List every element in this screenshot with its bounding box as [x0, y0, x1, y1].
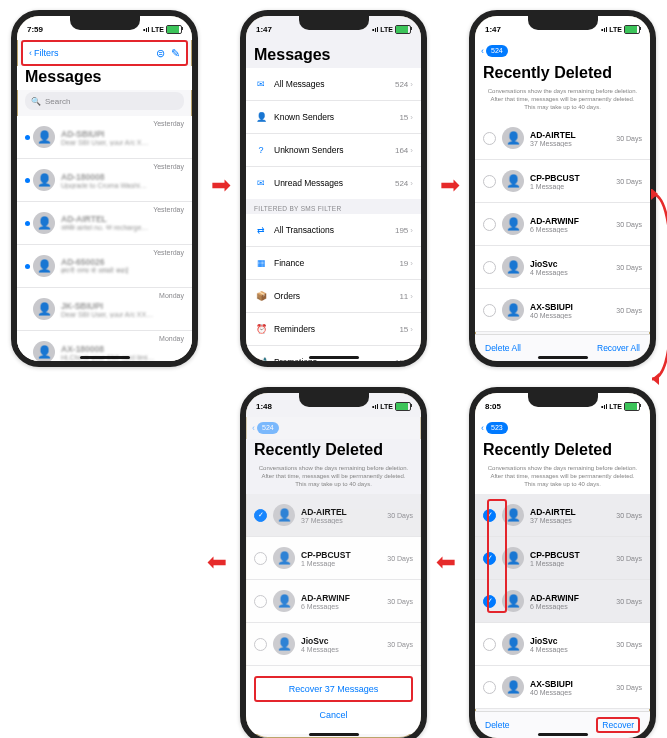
radio-icon[interactable]	[483, 304, 496, 317]
filter-icon: ?	[254, 143, 268, 157]
recover-all-button[interactable]: Recover All	[597, 343, 640, 353]
avatar-icon: 👤	[33, 298, 55, 320]
radio-checked-icon[interactable]: ✓	[254, 509, 267, 522]
rd-note: Conversations show the days remaining be…	[475, 86, 650, 117]
phone-filters: 1:47 •ıl LTE Messages ✉All Messages524›👤…	[240, 10, 427, 367]
filter-icon: ⏰	[254, 322, 268, 336]
filter-icon: ✉	[254, 77, 268, 91]
avatar-icon: 👤	[502, 213, 524, 235]
radio-icon[interactable]	[483, 638, 496, 651]
avatar-icon: 👤	[273, 504, 295, 526]
phone-messages-list: 7:59 •ıl LTE ‹ Filters ⊜ ✎ Messages 🔍 Se…	[11, 10, 198, 367]
radio-icon[interactable]	[483, 261, 496, 274]
avatar-icon: 👤	[33, 212, 55, 234]
radio-icon[interactable]	[483, 218, 496, 231]
filter-row[interactable]: ✉All Messages524›	[246, 68, 421, 101]
svg-marker-0	[652, 373, 659, 385]
rd-row[interactable]: ✓👤AD-AIRTEL37 Messages30 Days	[475, 494, 650, 537]
radio-icon[interactable]	[254, 552, 267, 565]
filter-icon: 📦	[254, 289, 268, 303]
rd-row[interactable]: 👤JioSvc4 Messages30 Days	[475, 246, 650, 289]
rd-row[interactable]: 👤JioSvc4 Messages30 Days	[475, 623, 650, 666]
cancel-button[interactable]: Cancel	[246, 706, 421, 728]
notch	[528, 393, 598, 407]
notch	[528, 16, 598, 30]
unread-pill: 523	[486, 422, 508, 434]
filter-icon: 👤	[254, 110, 268, 124]
compose-icon[interactable]: ✎	[171, 47, 180, 60]
filter-row[interactable]: ✉Unread Messages524›	[246, 167, 421, 199]
filter-icon: ⇄	[254, 223, 268, 237]
rd-row[interactable]: 👤AD-ARWINF6 Messages30 Days	[475, 203, 650, 246]
back-chevron-icon: ‹	[481, 46, 484, 56]
avatar-icon: 👤	[33, 341, 55, 363]
nav-back[interactable]: ‹ 524	[475, 40, 650, 62]
rd-row[interactable]: ✓👤CP-PBCUST1 Message30 Days	[475, 537, 650, 580]
message-row[interactable]: 👤AD-180008Upgrade to Croma Washing Machi…	[17, 159, 192, 202]
rd-row[interactable]: 👤CP-PBCUST1 Message30 Days	[475, 160, 650, 203]
filter-list-sms: ⇄All Transactions195›▦Finance19›📦Orders1…	[246, 214, 421, 367]
clock: 1:47	[485, 25, 501, 34]
avatar-icon: 👤	[502, 547, 524, 569]
message-row[interactable]: 👤AX-180008Hi,Check your EMI card limit,o…	[17, 331, 192, 367]
rd-row[interactable]: ✓👤AD-ARWINF6 Messages30 Days	[475, 580, 650, 623]
radio-icon[interactable]	[483, 175, 496, 188]
radio-icon[interactable]	[254, 595, 267, 608]
message-row[interactable]: 👤AD-650026हमारी तरफ से आपको बधाईYesterda…	[17, 245, 192, 288]
recover-button[interactable]: Recover	[596, 717, 640, 733]
phone-selection: 8:05 •ıl LTE ‹ 523 Recently Deleted Conv…	[469, 387, 656, 738]
filter-list-main: ✉All Messages524›👤Known Senders15›?Unkno…	[246, 68, 421, 199]
filter-row[interactable]: ⇄All Transactions195›	[246, 214, 421, 247]
filter-row[interactable]: ▦Finance19›	[246, 247, 421, 280]
filter-section-header: FILTERED BY SMS FILTER	[246, 199, 421, 214]
message-row[interactable]: 👤AD-AIRTELआपके airtel no. पर recharge of…	[17, 202, 192, 245]
avatar-icon: 👤	[502, 127, 524, 149]
delete-all-button[interactable]: Delete All	[485, 343, 521, 353]
rd-row[interactable]: 👤AX-SBIUPI40 Messages30 Days	[475, 666, 650, 709]
clock: 8:05	[485, 402, 501, 411]
radio-checked-icon[interactable]: ✓	[483, 552, 496, 565]
back-chevron-icon: ‹	[29, 48, 32, 58]
clock: 1:47	[256, 25, 272, 34]
home-indicator	[538, 733, 588, 736]
message-row[interactable]: 👤AD-SBIUPIDear SBI User, your A/c XX4546…	[17, 116, 192, 159]
back-chevron-icon: ‹	[481, 423, 484, 433]
message-row[interactable]: 👤JK-SBIUPIDear SBI User, your A/c XXXXX …	[17, 288, 192, 331]
rd-row[interactable]: 👤AX-SBIUPI40 Messages30 Days	[475, 289, 650, 332]
rd-row[interactable]: 👤AD-AIRTEL37 Messages30 Days	[475, 117, 650, 160]
phone-recover-confirm: 1:48 •ıl LTE ‹ 524 Recently Deleted Conv…	[240, 387, 427, 738]
avatar-icon: 👤	[502, 504, 524, 526]
home-indicator	[309, 356, 359, 359]
unread-pill: 524	[486, 45, 508, 57]
rd-row[interactable]: 👤JioSvc4 Messages30 Days	[246, 623, 421, 666]
radio-checked-icon[interactable]: ✓	[483, 509, 496, 522]
rd-note: Conversations show the days remaining be…	[246, 463, 421, 494]
filter-row[interactable]: ?Unknown Senders164›	[246, 134, 421, 167]
radio-icon[interactable]	[483, 681, 496, 694]
radio-checked-icon[interactable]: ✓	[483, 595, 496, 608]
message-list: 👤AD-SBIUPIDear SBI User, your A/c XX4546…	[17, 116, 192, 367]
clock: 1:48	[256, 402, 272, 411]
recover-messages-button[interactable]: Recover 37 Messages	[254, 676, 413, 702]
delete-button[interactable]: Delete	[485, 720, 510, 730]
arrow-right-icon: ➡	[440, 171, 460, 199]
nav-filters-link[interactable]: ‹ Filters ⊜ ✎	[21, 40, 188, 66]
radio-icon[interactable]	[254, 638, 267, 651]
filter-row[interactable]: ⏰Reminders15›	[246, 313, 421, 346]
arrow-curve-icon	[647, 189, 667, 389]
filter-row[interactable]: 👤Known Senders15›	[246, 101, 421, 134]
filter-row[interactable]: 📦Orders11›	[246, 280, 421, 313]
rd-row[interactable]: 👤AD-ARWINF6 Messages30 Days	[246, 580, 421, 623]
search-icon: 🔍	[31, 97, 41, 106]
filter-icon[interactable]: ⊜	[156, 47, 165, 60]
nav-back: ‹ 524	[246, 417, 421, 439]
radio-icon[interactable]	[483, 132, 496, 145]
nav-back[interactable]: ‹ 523	[475, 417, 650, 439]
rd-row[interactable]: 👤CP-PBCUST1 Message30 Days	[246, 537, 421, 580]
page-title: Messages	[17, 66, 192, 90]
rd-row[interactable]: ✓👤AD-AIRTEL37 Messages30 Days	[246, 494, 421, 537]
avatar-icon: 👤	[273, 633, 295, 655]
search-input[interactable]: 🔍 Search	[25, 92, 184, 110]
home-indicator	[538, 356, 588, 359]
avatar-icon: 👤	[502, 256, 524, 278]
